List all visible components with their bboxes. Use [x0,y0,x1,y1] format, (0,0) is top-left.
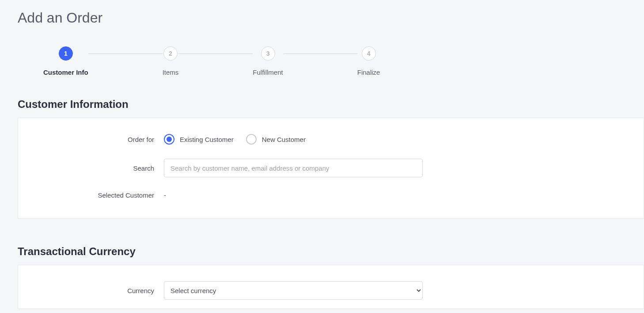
radio-existing-customer[interactable]: Existing Customer [164,134,234,145]
step-connector [283,53,357,54]
currency-label: Currency [18,287,164,294]
step-items[interactable]: 2 Items [163,46,179,76]
step-label: Fulfillment [253,69,283,76]
step-number: 3 [261,46,275,61]
step-finalize[interactable]: 4 Finalize [357,46,380,76]
page-title: Add an Order [18,10,644,26]
step-number: 1 [59,46,73,61]
order-for-label: Order for [18,136,164,143]
step-label: Customer Info [43,69,88,76]
transactional-currency-heading: Transactional Currency [18,245,644,258]
currency-select[interactable]: Select currency [164,281,423,300]
selected-customer-value: - [164,191,166,199]
customer-search-input[interactable] [164,159,423,177]
radio-new-customer[interactable]: New Customer [246,134,306,145]
step-customer-info[interactable]: 1 Customer Info [43,46,88,76]
customer-info-heading: Customer Information [18,98,644,111]
selected-customer-label: Selected Customer [18,191,164,199]
step-fulfillment[interactable]: 3 Fulfillment [253,46,283,76]
customer-info-panel: Order for Existing Customer New Customer… [18,118,644,219]
stepper: 1 Customer Info 2 Items 3 Fulfillment 4 … [43,46,644,76]
radio-icon [164,134,174,145]
radio-icon [246,134,257,145]
currency-panel: Currency Select currency [18,265,644,309]
step-label: Items [163,69,179,76]
search-label: Search [18,164,164,172]
step-label: Finalize [357,69,380,76]
step-connector [88,53,163,54]
radio-label: New Customer [262,136,306,143]
step-number: 4 [362,46,376,61]
step-number: 2 [163,46,178,61]
radio-label: Existing Customer [180,136,234,143]
step-connector [178,53,253,54]
